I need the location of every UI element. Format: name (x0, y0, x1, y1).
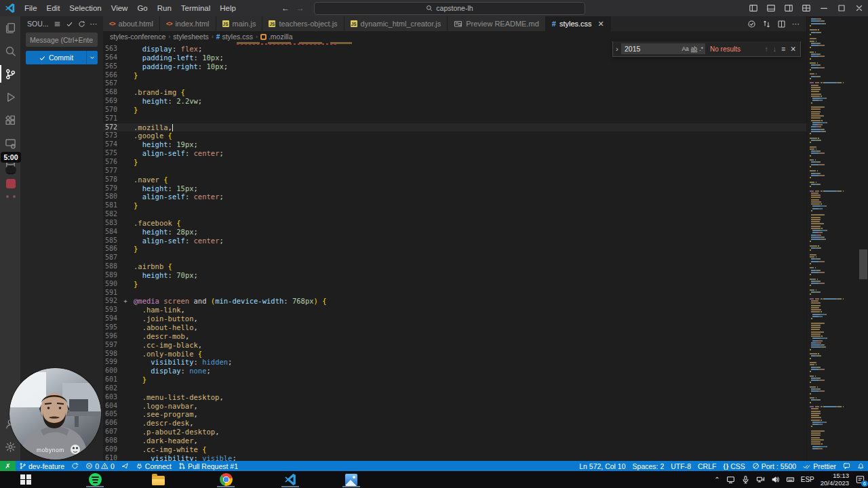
code-line-570[interactable]: 570} (103, 106, 806, 115)
eol[interactable]: CRLF (694, 462, 719, 470)
code-line-592[interactable]: 592+@media screen and (min-device-width:… (103, 297, 806, 306)
remote-indicator[interactable]: ✗ (0, 461, 16, 471)
code-line-602[interactable]: 602 (103, 384, 806, 393)
commit-message-input[interactable] (26, 33, 98, 47)
tray-mic-icon[interactable] (741, 475, 750, 484)
code-line-580[interactable]: 580 align-self: center; (103, 192, 806, 201)
taskbar-chrome-icon[interactable] (216, 471, 236, 488)
window-minimize-button[interactable] (815, 0, 833, 16)
menu-file[interactable]: File (20, 0, 42, 16)
tab-styles-css[interactable]: #styles.css✕ (546, 16, 611, 31)
taskbar-photos-icon[interactable] (341, 471, 361, 488)
code-line-595[interactable]: 595 .about-hello, (103, 323, 806, 332)
code-line-585[interactable]: 585 align-self: center; (103, 237, 806, 245)
code-line-597[interactable]: 597 .cc-img-black, (103, 341, 806, 350)
menu-terminal[interactable]: Terminal (176, 0, 215, 16)
activity-search-icon[interactable] (0, 39, 20, 62)
code-line-572[interactable]: 572.mozilla, (103, 123, 806, 132)
tab-main-js[interactable]: JSmain.js (216, 16, 263, 31)
code-line-596[interactable]: 596 .descr-mob, (103, 332, 806, 341)
menu-selection[interactable]: Selection (64, 0, 106, 16)
tray-cast-icon[interactable] (726, 475, 735, 484)
code-line-569[interactable]: 569 height: 2.2vw; (103, 97, 806, 106)
commit-dropdown[interactable] (87, 54, 98, 61)
code-line-576[interactable]: 576} (103, 158, 806, 167)
breadcrumb-item[interactable]: styles-conference (110, 33, 165, 41)
match-case-icon[interactable]: Aa (682, 45, 688, 52)
code-line-587[interactable]: 587 (103, 253, 806, 262)
tab-index-html[interactable]: <>index.html (160, 16, 216, 31)
tab-about-html[interactable]: <>about.html (103, 16, 160, 31)
command-center-search[interactable]: capstone-lh (314, 2, 585, 15)
code-line-594[interactable]: 594 .join-button, (103, 314, 806, 323)
prettier-status[interactable]: Prettier (800, 462, 840, 470)
fold-icon[interactable]: + (117, 297, 134, 306)
activity-run-debug-icon[interactable] (0, 85, 20, 108)
breadcrumb-item[interactable]: .mozilla (260, 33, 293, 41)
problems-status[interactable]: 00 (82, 462, 118, 470)
code-line-582[interactable]: 582 (103, 210, 806, 219)
regex-icon[interactable]: .* (699, 45, 703, 52)
code-line-581[interactable]: 581} (103, 201, 806, 210)
live-server-port[interactable]: Port : 5500 (749, 462, 800, 470)
find-close-icon[interactable]: ✕ (790, 45, 796, 53)
tray-chevron-up-icon[interactable]: ⌃ (714, 476, 719, 483)
code-line-583[interactable]: 583.facebook { (103, 219, 806, 228)
cursor-position[interactable]: Ln 572, Col 10 (576, 462, 629, 470)
menu-edit[interactable]: Edit (42, 0, 65, 16)
code-line-571[interactable]: 571 (103, 115, 806, 123)
taskbar-clock[interactable]: 15:13 20/4/2023 (821, 472, 849, 487)
action-center-icon[interactable]: 6 (855, 474, 865, 485)
code-line-593[interactable]: 593 .ham-link, (103, 306, 806, 314)
toggle-sidebar-icon[interactable] (745, 0, 762, 16)
code-line-588[interactable]: 588.airbnb { (103, 262, 806, 271)
find-expand-icon[interactable]: › (613, 45, 621, 53)
forward-arrow-icon[interactable]: → (296, 3, 304, 13)
indentation[interactable]: Spaces: 2 (629, 462, 668, 470)
code-line-566[interactable]: 566} (103, 71, 806, 80)
find-input[interactable] (623, 44, 679, 54)
notifications-bell[interactable] (854, 462, 868, 470)
tray-speaker-icon[interactable] (771, 475, 780, 484)
tab-dynamic-html-creator-js[interactable]: JSdynamic_html_creator.js (344, 16, 448, 31)
tray-network-icon[interactable] (756, 475, 765, 484)
tray-keyboard-icon[interactable] (786, 475, 795, 484)
taskbar-explorer-icon[interactable] (148, 471, 168, 488)
code-line-609[interactable]: 609 .cc-img-white { (103, 445, 806, 454)
activity-remote-explorer-icon[interactable] (0, 131, 20, 155)
code-line-577[interactable]: 577 (103, 167, 806, 176)
code-line-575[interactable]: 575 align-self: center; (103, 149, 806, 158)
commit-button[interactable]: Commit (26, 51, 98, 64)
code-line-604[interactable]: 604 .logo-navbar, (103, 402, 806, 411)
toggle-panel-icon[interactable] (762, 0, 780, 16)
code-line-601[interactable]: 601 } (103, 375, 806, 384)
minimap[interactable] (806, 16, 859, 461)
code-line-603[interactable]: 603 .menu-list-desktop, (103, 393, 806, 402)
activity-extensions-icon[interactable] (0, 108, 20, 131)
activity-explorer-icon[interactable] (0, 16, 20, 39)
code-line-573[interactable]: 573.google { (103, 131, 806, 140)
menu-view[interactable]: View (106, 0, 133, 16)
more-actions-icon[interactable]: ⋯ (90, 20, 98, 28)
pull-request-status[interactable]: Pull Request #1 (175, 462, 241, 470)
window-close-button[interactable] (850, 0, 868, 16)
encoding[interactable]: UTF-8 (667, 462, 694, 470)
breadcrumb-item[interactable]: #styles.css (216, 33, 253, 41)
code-line-579[interactable]: 579 height: 15px; (103, 184, 806, 193)
keyboard-language[interactable]: ESP (801, 476, 814, 483)
connect-status[interactable]: Connect (132, 462, 175, 470)
toggle-secondary-sidebar-icon[interactable] (780, 0, 797, 16)
code-line-598[interactable]: 598 .only-mobile { (103, 350, 806, 359)
code-line-606[interactable]: 606 .descr-desk, (103, 419, 806, 428)
liveshare-status[interactable] (118, 462, 132, 470)
sync-status[interactable] (68, 462, 82, 470)
open-changes-icon[interactable] (747, 19, 756, 28)
whole-word-icon[interactable]: ab (691, 45, 697, 52)
code-line-608[interactable]: 608 .dark-header, (103, 436, 806, 445)
more-actions-icon[interactable]: ⋯ (792, 20, 800, 28)
code-line-574[interactable]: 574 height: 19px; (103, 140, 806, 149)
menu-go[interactable]: Go (132, 0, 152, 16)
tab-teachers-object-js[interactable]: JSteachers-object.js (262, 16, 344, 31)
git-branch-status[interactable]: dev-feature (16, 462, 68, 470)
activity-source-control-icon[interactable] (0, 62, 20, 85)
